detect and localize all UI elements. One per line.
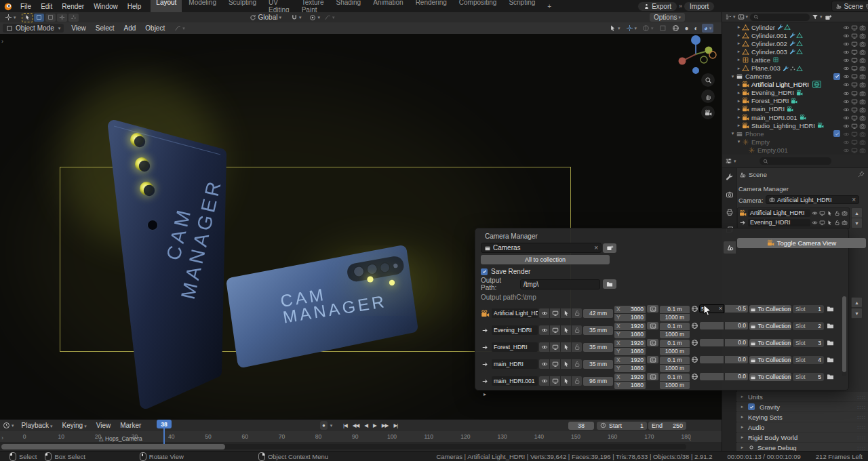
screen-button[interactable] xyxy=(550,325,560,335)
cam-toggle[interactable] xyxy=(842,209,848,216)
resolution-x-field[interactable]: X1920 xyxy=(614,374,646,381)
to-collection-button[interactable]: To Collection xyxy=(749,339,791,347)
outliner-item-cylinder-003[interactable]: ▸Cylinder.003 xyxy=(722,47,868,56)
cam-toggle[interactable] xyxy=(859,130,867,138)
transform-orientation-dropdown[interactable]: Global▾ xyxy=(248,13,283,22)
screen-toggle[interactable] xyxy=(850,121,859,129)
properties-tab-scene[interactable] xyxy=(724,241,736,254)
exposure-field[interactable]: 0.0 xyxy=(725,339,748,346)
exposure-field[interactable]: 0.0 xyxy=(725,356,748,363)
auto-keying-button[interactable]: ● xyxy=(320,421,328,430)
eye-toggle[interactable] xyxy=(842,73,850,80)
clear-camera-button[interactable]: × xyxy=(852,196,856,203)
menu-file[interactable]: File xyxy=(16,3,36,10)
outliner-item-phone[interactable]: ▾Phone xyxy=(722,129,868,138)
navigation-gizmo[interactable] xyxy=(674,34,717,69)
screen-toggle[interactable] xyxy=(850,138,859,146)
outliner-item-lattice[interactable]: ▸Lattice xyxy=(722,56,868,64)
clip-start-field[interactable]: 0.1 m xyxy=(660,306,690,313)
clip-start-field[interactable]: 0.1 m xyxy=(660,323,690,330)
exposure-field[interactable]: 0.0 xyxy=(725,322,748,329)
transform-pivot-dropdown[interactable]: ▾ xyxy=(172,24,187,33)
toolbar-expand-arrow[interactable]: › xyxy=(1,38,3,45)
timeline-scrollbar[interactable] xyxy=(1,444,686,449)
timeline-menu-view[interactable]: View xyxy=(92,422,116,429)
cam-toggle[interactable] xyxy=(859,56,867,64)
clear-collection-button[interactable]: × xyxy=(594,244,598,252)
outliner-mode-dropdown[interactable]: ▾ xyxy=(738,14,749,20)
outliner-item-artificial-light-hdri[interactable]: ▸Artificial Light_HDRI xyxy=(722,81,868,89)
menu-help[interactable]: Help xyxy=(123,3,146,10)
render-pass-button[interactable] xyxy=(657,24,669,33)
cam-toggle[interactable] xyxy=(859,138,867,146)
screen-button[interactable] xyxy=(550,376,560,386)
render-slot-field[interactable]: Slot4 xyxy=(793,356,824,364)
background-image-button[interactable] xyxy=(647,356,658,363)
screen-toggle[interactable] xyxy=(850,146,859,154)
lock-button[interactable] xyxy=(572,308,582,318)
eye-button[interactable] xyxy=(539,342,549,352)
clip-start-field[interactable]: 0.1 m xyxy=(660,340,690,347)
lock-toggle[interactable] xyxy=(834,209,840,216)
blender-logo-icon[interactable] xyxy=(3,1,13,12)
focal-length-field[interactable]: 35 mm xyxy=(583,343,613,352)
shading-material-button[interactable]: ◐ xyxy=(692,24,701,33)
background-image-button[interactable] xyxy=(647,305,658,313)
camera-list-row-evening-hdri[interactable]: Evening_HDRI xyxy=(738,218,849,227)
screen-toggle[interactable] xyxy=(850,130,859,138)
expand-icon[interactable]: ▸ xyxy=(736,98,742,104)
outliner-item-main-hdri-001[interactable]: ▸main_HDRI.001 xyxy=(722,113,868,121)
camera-list-row-artificial-light-hdri[interactable]: Artificial Light_HDRI xyxy=(738,208,849,218)
to-collection-button[interactable]: To Collection xyxy=(749,322,791,330)
clip-start-field[interactable]: 0.1 m xyxy=(660,374,690,381)
render-slot-field[interactable]: Slot1 xyxy=(793,305,824,313)
eye-button[interactable] xyxy=(539,359,549,369)
properties-tab-cam[interactable] xyxy=(724,188,736,201)
timeline-menu-playback[interactable]: Playback▾ xyxy=(17,422,58,429)
background-image-button[interactable] xyxy=(647,373,658,380)
screen-toggle[interactable] xyxy=(850,97,859,104)
expand-icon[interactable]: ▾ xyxy=(730,74,736,79)
falloff-dropdown[interactable]: ▾ xyxy=(322,13,337,22)
mode-dropdown[interactable]: Object Mode▾ xyxy=(3,24,64,33)
transport-button-5[interactable]: ▶| xyxy=(391,422,400,428)
eye-button[interactable] xyxy=(539,308,549,318)
viewport-menu-object[interactable]: Object xyxy=(140,24,170,32)
eye-toggle[interactable] xyxy=(842,89,850,96)
expand-icon[interactable]: ▾ xyxy=(730,131,736,136)
menu-render[interactable]: Render xyxy=(57,3,89,10)
outliner-item-main-hdri[interactable]: ▸main_HDRI xyxy=(722,105,868,113)
collection-checkbox[interactable] xyxy=(833,73,840,80)
to-collection-button[interactable]: To Collection xyxy=(749,373,791,381)
list-move-up-button[interactable]: ▲ xyxy=(851,207,863,218)
collection-checkbox[interactable] xyxy=(833,130,840,137)
save-render-checkbox[interactable] xyxy=(481,268,488,275)
screen-button[interactable] xyxy=(550,342,560,352)
eye-toggle[interactable] xyxy=(842,146,850,154)
list-move-down-button[interactable]: ▼ xyxy=(851,218,863,228)
cam-toggle[interactable] xyxy=(842,219,848,226)
expand-icon[interactable]: ▸ xyxy=(736,24,742,30)
outliner-item-cameras[interactable]: ▾Cameras xyxy=(722,73,868,81)
options-dropdown[interactable]: Options▾ xyxy=(650,13,685,22)
cursor-button[interactable] xyxy=(561,325,571,335)
camera-view-button[interactable] xyxy=(701,106,715,119)
eye-toggle[interactable] xyxy=(842,81,850,88)
shading-wireframe-button[interactable] xyxy=(670,24,682,33)
to-collection-button[interactable]: To Collection xyxy=(749,305,791,313)
screen-toggle[interactable] xyxy=(819,219,825,226)
open-folder-button[interactable] xyxy=(825,339,835,346)
active-camera-dropdown[interactable]: Artificial Light_HDRI × xyxy=(766,195,859,204)
outliner-display-dropdown[interactable]: ▾ xyxy=(725,14,736,20)
background-image-button[interactable] xyxy=(647,322,658,329)
outliner-search-input[interactable] xyxy=(750,14,810,21)
all-to-collection-button[interactable]: All to collection xyxy=(481,255,610,264)
world-field[interactable]: st× xyxy=(691,305,724,313)
eye-toggle[interactable] xyxy=(842,31,850,39)
zoom-button[interactable] xyxy=(701,73,715,87)
timeline-menu-marker[interactable]: Marker xyxy=(115,422,146,429)
resolution-x-field[interactable]: X1920 xyxy=(614,323,646,330)
expand-icon[interactable]: ▸ xyxy=(736,123,742,128)
lock-button[interactable] xyxy=(572,359,582,369)
resolution-y-field[interactable]: Y1080 xyxy=(614,365,646,372)
